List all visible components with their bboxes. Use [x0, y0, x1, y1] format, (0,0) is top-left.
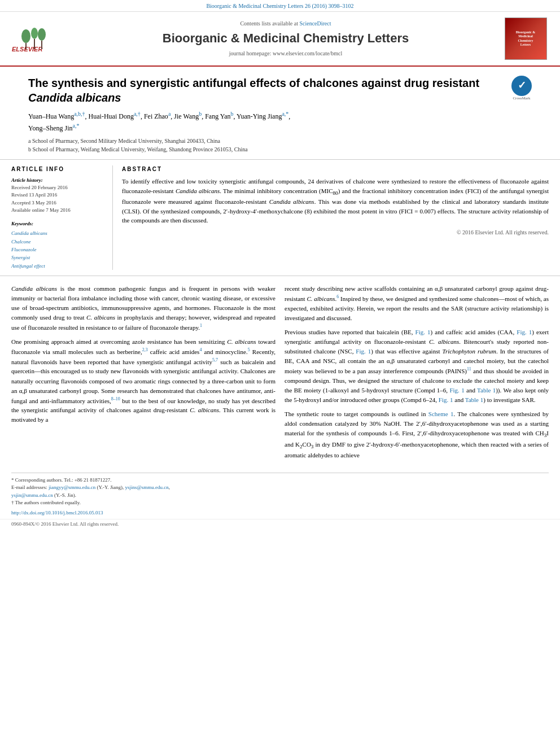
keyword-4: Synergist: [11, 254, 104, 261]
journal-citation-bar: Bioorganic & Medicinal Chemistry Letters…: [0, 0, 560, 12]
journal-title-section: Contents lists available at ScienceDirec…: [77, 18, 495, 60]
email-link-2[interactable]: ysjins@smmu.edu.cn: [125, 484, 168, 490]
authors-line: Yuan–Hua Wanga,b,†, Huai-Huai Donga,†, F…: [28, 110, 532, 133]
table1-link-1[interactable]: Table 1: [477, 387, 496, 394]
available-date: Available online 7 May 2016: [11, 207, 104, 215]
elsevier-logo-section: ELSEVIER: [9, 18, 71, 60]
email-footnote-2: ysjin@smmu.edu.cn (Y.-S. Jin).: [11, 492, 549, 500]
keyword-1: Candida albicans: [11, 229, 104, 237]
fig1-link-1[interactable]: Fig. 1: [415, 329, 431, 335]
email-footnote-1: E-mail addresses: jiangyy@smmu.edu.cn (Y…: [11, 484, 549, 492]
dagger-footnote: † The authors contributed equally.: [11, 499, 549, 507]
abstract-section: ABSTRACT To identify effective and low t…: [122, 165, 549, 270]
journal-cover-image: Bioorganic &MedicinalChemistryLetters: [505, 18, 547, 60]
affiliation-b: b School of Pharmacy, Weifang Medical Un…: [28, 145, 532, 154]
synthesis-word: synthesis: [326, 430, 349, 436]
journal-citation: Bioorganic & Medicinal Chemistry Letters…: [206, 3, 353, 9]
body-para-2: One promising approach aimed at overcomi…: [11, 337, 275, 425]
svg-point-4: [38, 28, 46, 41]
article-info-panel: ARTICLE INFO Article history: Received 2…: [11, 165, 113, 270]
article-history: Article history: Received 20 February 20…: [11, 177, 104, 215]
body-section: Candida albicans is the most common path…: [0, 276, 560, 473]
received-date: Received 20 February 2016: [11, 184, 104, 192]
journal-header: ELSEVIER Contents lists available at Sci…: [0, 12, 560, 67]
article-title-italic: Candida albicans: [28, 91, 121, 104]
abstract-title: ABSTRACT: [122, 165, 549, 173]
info-abstract-section: ARTICLE INFO Article history: Received 2…: [0, 160, 560, 276]
journal-cover-section: Bioorganic &MedicinalChemistryLetters: [500, 18, 551, 60]
svg-point-3: [31, 28, 38, 39]
corresponding-footnote: * Corresponding authors. Tel.: +86 21 81…: [11, 477, 549, 484]
crossmark-label: CrossMark: [511, 96, 532, 102]
keyword-5: Antifungal effect: [11, 262, 104, 270]
keywords-title: Keywords:: [11, 220, 104, 228]
doi-section: http://dx.doi.org/10.1016/j.bmcl.2016.05…: [0, 507, 560, 519]
body-col-left: Candida albicans is the most common path…: [11, 284, 275, 465]
body-col-right: recent study describing new active scaff…: [285, 284, 549, 465]
email-link-3[interactable]: ysjin@smmu.edu.cn: [11, 492, 53, 498]
footnote-section: * Corresponding authors. Tel.: +86 21 81…: [11, 473, 549, 507]
affiliation-a: a School of Pharmacy, Second Military Me…: [28, 137, 532, 145]
keyword-3: Fluconazole: [11, 246, 104, 254]
body-para-4: Previous studies have reported that baic…: [285, 327, 549, 405]
science-direct-link[interactable]: ScienceDirect: [299, 20, 331, 27]
doi-link[interactable]: http://dx.doi.org/10.1016/j.bmcl.2016.05…: [11, 510, 103, 516]
keyword-2: Chalcone: [11, 238, 104, 246]
article-info-title: ARTICLE INFO: [11, 165, 104, 173]
journal-homepage: journal homepage: www.elsevier.com/locat…: [77, 50, 495, 58]
email-link-1[interactable]: jiangyy@smmu.edu.cn: [49, 484, 95, 490]
science-direct-text: Contents lists available at ScienceDirec…: [77, 20, 495, 28]
bottom-bar-text: 0960-894X/© 2016 Elsevier Ltd. All right…: [11, 521, 119, 527]
bottom-bar: 0960-894X/© 2016 Elsevier Ltd. All right…: [0, 519, 560, 529]
scheme1-link[interactable]: Scheme 1: [428, 410, 454, 417]
fig1-link-2[interactable]: Fig. 1: [517, 329, 532, 335]
elsevier-logo: ELSEVIER: [9, 22, 65, 56]
affiliations: a School of Pharmacy, Second Military Me…: [28, 137, 532, 154]
journal-title: Bioorganic & Medicinal Chemistry Letters: [77, 30, 495, 47]
history-label: Article history:: [11, 177, 104, 184]
journal-cover-text: Bioorganic &MedicinalChemistryLetters: [516, 30, 536, 47]
body-para-1: Candida albicans is the most common path…: [11, 284, 275, 333]
svg-text:ELSEVIER: ELSEVIER: [12, 46, 42, 53]
crossmark-container[interactable]: ✓ CrossMark: [511, 76, 532, 102]
fig1-link-5[interactable]: Fig. 1: [439, 396, 453, 403]
article-title: The synthesis and synergistic antifungal…: [28, 76, 532, 105]
body-para-5: The synthetic route to target compounds …: [285, 409, 549, 460]
svg-point-2: [21, 29, 30, 43]
accepted-date: Accepted 3 May 2016: [11, 199, 104, 207]
fig1-link-3[interactable]: Fig. 1: [356, 348, 371, 355]
abstract-text: To identify effective and low toxicity s…: [122, 177, 549, 225]
crossmark-icon: ✓: [511, 76, 532, 96]
table1-link-2[interactable]: Table 1: [465, 396, 484, 403]
article-header: ✓ CrossMark The synthesis and synergisti…: [0, 67, 560, 160]
body-para-3: recent study describing new active scaff…: [285, 284, 549, 323]
copyright: © 2016 Elsevier Ltd. All rights reserved…: [122, 229, 549, 237]
fig1-link-4[interactable]: Fig. 1: [449, 387, 464, 394]
revised-date: Revised 13 April 2016: [11, 191, 104, 199]
